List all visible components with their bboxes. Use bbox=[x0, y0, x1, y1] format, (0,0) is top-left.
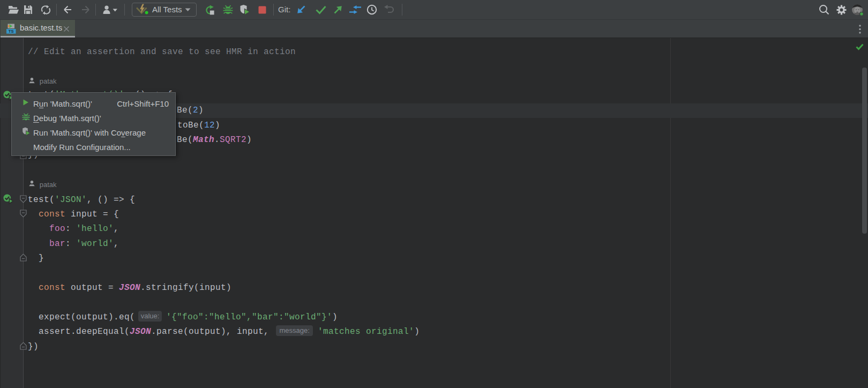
svg-text:TS: TS bbox=[9, 29, 14, 34]
